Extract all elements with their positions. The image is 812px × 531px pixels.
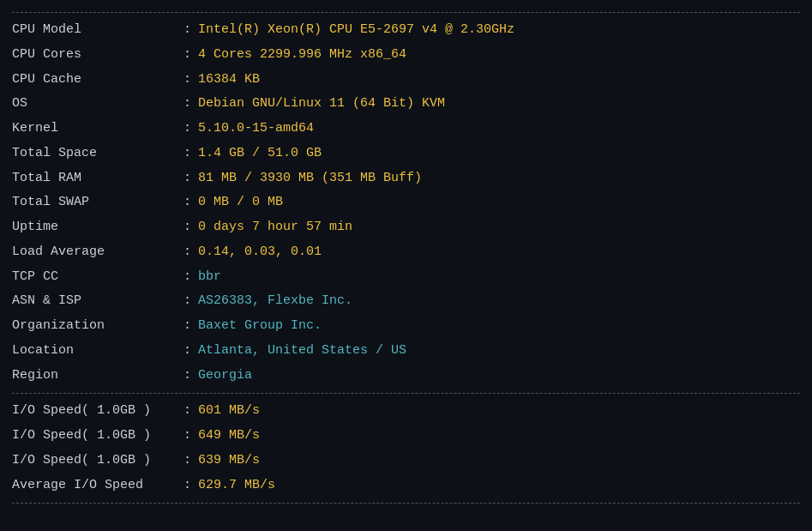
mid-divider	[12, 393, 800, 394]
row-label: Location	[12, 341, 183, 362]
info-row: OS: Debian GNU/Linux 11 (64 Bit) KVM	[12, 92, 800, 117]
row-label: TCP CC	[12, 267, 183, 288]
io-colon: :	[183, 475, 191, 497]
row-value: 1.4 GB / 51.0 GB	[198, 143, 322, 165]
row-colon: :	[183, 20, 191, 41]
row-value: Georgia	[198, 365, 252, 387]
io-label: I/O Speed( 1.0GB )	[12, 425, 183, 447]
row-value: Intel(R) Xeon(R) CPU E5-2697 v4 @ 2.30GH…	[198, 20, 514, 41]
io-value: 639 MB/s	[198, 450, 260, 472]
row-colon: :	[183, 316, 191, 337]
row-colon: :	[183, 94, 191, 115]
info-row: CPU Cores: 4 Cores 2299.996 MHz x86_64	[12, 43, 800, 68]
io-colon: :	[183, 425, 191, 447]
system-info-section: CPU Model: Intel(R) Xeon(R) CPU E5-2697 …	[12, 18, 800, 388]
bottom-divider	[12, 503, 800, 504]
io-value: 601 MB/s	[198, 401, 260, 422]
row-colon: :	[183, 69, 191, 91]
row-colon: :	[183, 143, 191, 165]
io-value: 649 MB/s	[198, 425, 260, 447]
row-colon: :	[183, 365, 191, 387]
row-colon: :	[183, 168, 191, 190]
row-value: 0.14, 0.03, 0.01	[198, 242, 322, 263]
row-value: bbr	[198, 267, 221, 288]
row-label: Kernel	[12, 118, 183, 140]
row-value: 16384 KB	[198, 69, 260, 91]
io-row: I/O Speed( 1.0GB ): 601 MB/s	[12, 399, 800, 424]
io-label: I/O Speed( 1.0GB )	[12, 450, 183, 472]
row-label: CPU Cache	[12, 69, 183, 91]
row-label: OS	[12, 94, 183, 115]
io-colon: :	[183, 401, 191, 422]
info-row: Uptime: 0 days 7 hour 57 min	[12, 215, 800, 240]
io-row: Average I/O Speed: 629.7 MB/s	[12, 474, 800, 498]
row-value: 0 MB / 0 MB	[198, 192, 283, 214]
terminal-container: CPU Model: Intel(R) Xeon(R) CPU E5-2697 …	[0, 0, 812, 516]
row-label: Total Space	[12, 143, 183, 165]
row-value: AS26383, Flexbe Inc.	[198, 291, 352, 312]
io-colon: :	[183, 450, 191, 472]
row-value: Debian GNU/Linux 11 (64 Bit) KVM	[198, 94, 445, 115]
row-label: Total SWAP	[12, 192, 183, 214]
row-colon: :	[183, 118, 191, 140]
info-row: Location: Atlanta, United States / US	[12, 339, 800, 364]
info-row: Organization: Baxet Group Inc.	[12, 314, 800, 339]
io-row: I/O Speed( 1.0GB ): 649 MB/s	[12, 424, 800, 449]
info-row: Region: Georgia	[12, 364, 800, 389]
info-row: CPU Cache: 16384 KB	[12, 68, 800, 93]
row-value: 0 days 7 hour 57 min	[198, 217, 352, 238]
io-value: 629.7 MB/s	[198, 475, 275, 497]
io-label: I/O Speed( 1.0GB )	[12, 401, 183, 422]
row-label: ASN & ISP	[12, 291, 183, 312]
row-value: 5.10.0-15-amd64	[198, 118, 314, 140]
row-colon: :	[183, 192, 191, 214]
info-row: CPU Model: Intel(R) Xeon(R) CPU E5-2697 …	[12, 18, 800, 43]
row-label: Organization	[12, 316, 183, 337]
row-colon: :	[183, 217, 191, 238]
row-colon: :	[183, 291, 191, 312]
top-divider	[12, 12, 800, 13]
info-row: Kernel: 5.10.0-15-amd64	[12, 117, 800, 142]
row-label: Region	[12, 365, 183, 387]
row-value: 4 Cores 2299.996 MHz x86_64	[198, 45, 406, 66]
info-row: Total RAM: 81 MB / 3930 MB (351 MB Buff)	[12, 166, 800, 191]
row-value: 81 MB / 3930 MB (351 MB Buff)	[198, 168, 422, 190]
io-row: I/O Speed( 1.0GB ): 639 MB/s	[12, 449, 800, 474]
info-row: Load Average: 0.14, 0.03, 0.01	[12, 240, 800, 265]
row-value: Baxet Group Inc.	[198, 316, 322, 337]
row-label: CPU Model	[12, 20, 183, 41]
info-row: Total SWAP: 0 MB / 0 MB	[12, 190, 800, 215]
row-colon: :	[183, 267, 191, 288]
row-colon: :	[183, 45, 191, 66]
row-label: CPU Cores	[12, 45, 183, 66]
row-colon: :	[183, 242, 191, 263]
io-label: Average I/O Speed	[12, 475, 183, 497]
info-row: ASN & ISP: AS26383, Flexbe Inc.	[12, 289, 800, 314]
io-speed-section: I/O Speed( 1.0GB ): 601 MB/sI/O Speed( 1…	[12, 399, 800, 498]
info-row: TCP CC: bbr	[12, 265, 800, 290]
row-label: Total RAM	[12, 168, 183, 190]
row-colon: :	[183, 341, 191, 362]
row-label: Load Average	[12, 242, 183, 263]
row-label: Uptime	[12, 217, 183, 238]
info-row: Total Space: 1.4 GB / 51.0 GB	[12, 142, 800, 166]
row-value: Atlanta, United States / US	[198, 341, 406, 362]
